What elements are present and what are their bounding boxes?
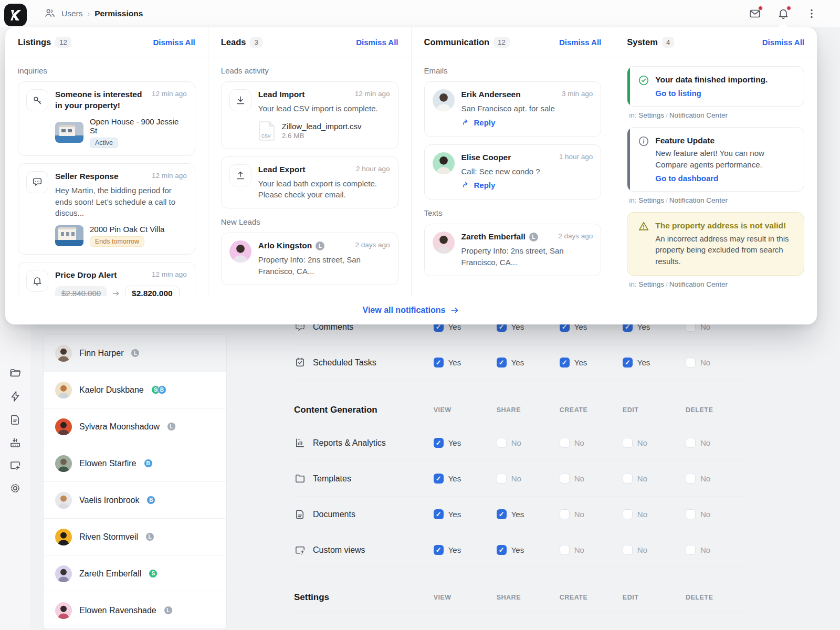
checkbox-view[interactable]: [434, 358, 444, 368]
location-notification-center-link[interactable]: Notification Center: [669, 196, 728, 204]
location-settings-link[interactable]: Settings: [638, 196, 664, 204]
user-row[interactable]: Kaelor Duskbane SB: [44, 372, 226, 408]
notification-time: 1 hour ago: [559, 152, 593, 161]
notification-card-email[interactable]: Elise Cooper1 hour ago Call: See new con…: [424, 144, 602, 200]
dismiss-all-button[interactable]: Dismiss All: [762, 38, 804, 47]
col-header-share: SHARE: [497, 406, 560, 414]
notification-card-interest[interactable]: Someone is interested in your property!1…: [18, 81, 195, 156]
checkbox-view[interactable]: [434, 438, 444, 448]
system-card-feature-update[interactable]: Feature Update New feature alert! You ca…: [627, 127, 804, 192]
property-thumbnail: [55, 122, 83, 143]
checkbox-delete[interactable]: [686, 509, 696, 519]
dismiss-all-button[interactable]: Dismiss All: [153, 38, 195, 47]
user-row[interactable]: Vaelis Ironbrook B: [44, 482, 226, 519]
column-title: Leads: [221, 37, 246, 47]
checkbox-delete[interactable]: [686, 474, 696, 484]
location-notification-center-link[interactable]: Notification Center: [669, 280, 728, 288]
checkbox-create[interactable]: [560, 509, 570, 519]
checkbox-view[interactable]: [434, 474, 444, 484]
notification-location: in: Settings/Notification Center: [629, 280, 803, 288]
user-name: Zareth Emberfall: [79, 569, 141, 579]
settings-gear-icon[interactable]: [9, 482, 22, 495]
bell-icon: [26, 270, 48, 292]
dismiss-all-button[interactable]: Dismiss All: [356, 38, 398, 47]
avatar: [433, 232, 455, 254]
user-row[interactable]: Sylvara Moonshadow L: [44, 408, 226, 445]
location-settings-link[interactable]: Settings: [638, 280, 664, 288]
checkbox-delete[interactable]: [686, 545, 696, 555]
bell-icon[interactable]: [777, 7, 790, 20]
checkbox-label: No: [637, 474, 647, 483]
checkbox-edit[interactable]: [623, 545, 633, 555]
checkbox-create[interactable]: [560, 545, 570, 555]
mail-icon[interactable]: [749, 7, 761, 20]
reply-button[interactable]: Reply: [461, 118, 496, 127]
notification-card-text[interactable]: Zareth EmberfallL2 days ago Property Inf…: [424, 224, 602, 276]
checkbox-share[interactable]: [497, 474, 507, 484]
notification-time: 2 hour ago: [356, 164, 390, 173]
user-row[interactable]: Elowen Starfire B: [44, 445, 226, 482]
new-price: $2,820.000: [125, 286, 180, 296]
checkbox-create[interactable]: [560, 474, 570, 484]
document-icon[interactable]: [9, 413, 22, 426]
notification-card-new-lead[interactable]: Arlo KingstonL2 days ago Property Info: …: [221, 233, 398, 285]
sender-name: Erik Anderseen: [461, 89, 521, 100]
checkbox-edit[interactable]: [623, 509, 633, 519]
checkbox-create[interactable]: [560, 358, 570, 368]
user-row[interactable]: Zareth Emberfall S: [44, 555, 226, 592]
notification-card-seller-response[interactable]: Seller Response12 min ago Hey Martin, th…: [18, 163, 195, 255]
app-logo[interactable]: [4, 4, 27, 26]
location-notification-center-link[interactable]: Notification Center: [669, 111, 728, 119]
checkbox-label: No: [700, 474, 710, 483]
go-to-listing-link[interactable]: Go to listing: [655, 89, 701, 98]
notification-card-price-drop[interactable]: Price Drop Alert12 min ago $2,840.000 $2…: [18, 262, 195, 296]
checkbox-delete[interactable]: [686, 358, 696, 368]
reply-button[interactable]: Reply: [461, 181, 496, 190]
import-tray-icon[interactable]: [9, 436, 22, 449]
kebab-menu-icon[interactable]: [805, 7, 818, 20]
role-badge-lead: L: [131, 349, 140, 358]
checkbox-delete[interactable]: [686, 438, 696, 448]
users-icon: [44, 7, 57, 20]
checkbox-create[interactable]: [560, 438, 570, 448]
checkbox-view[interactable]: [434, 545, 444, 555]
checkbox-view[interactable]: [434, 509, 444, 519]
checkbox-label: Yes: [448, 358, 461, 367]
user-name: Elowen Starfire: [79, 459, 136, 468]
checkbox-edit[interactable]: [623, 474, 633, 484]
system-card-success[interactable]: Your data finished importing. Go to list…: [627, 66, 804, 107]
custom-views-icon[interactable]: [9, 459, 22, 471]
checkbox-share[interactable]: [497, 358, 507, 368]
checkbox-label: No: [700, 438, 710, 447]
checkbox-share[interactable]: [497, 509, 507, 519]
checkbox-share[interactable]: [497, 545, 507, 555]
notification-title: Price Drop Alert: [55, 270, 117, 281]
checkbox-edit[interactable]: [623, 438, 633, 448]
notification-card-lead-export[interactable]: Lead Export2 hour ago Your lead bath exp…: [221, 156, 398, 208]
system-card-warning[interactable]: The property address is not valid! An in…: [627, 212, 804, 276]
dismiss-all-button[interactable]: Dismiss All: [559, 38, 601, 47]
checkbox-label: No: [574, 510, 584, 519]
checkbox-label: No: [574, 474, 584, 483]
section-title: Content Generation: [294, 405, 434, 415]
folder-icon[interactable]: [9, 366, 22, 379]
notification-body: Property Info: 2ns street, San Francisco…: [258, 254, 390, 277]
user-row[interactable]: Finn Harper L: [44, 335, 226, 372]
breadcrumb-users[interactable]: Users: [61, 9, 82, 18]
reports-analytics-icon: [294, 437, 306, 449]
user-row[interactable]: Elowen Ravenshade L: [44, 592, 226, 629]
svg-text:CSV: CSV: [261, 133, 271, 139]
property-thumbnail: [55, 225, 83, 246]
avatar: [55, 345, 72, 362]
section-title: Settings: [294, 592, 434, 603]
notification-card-lead-import[interactable]: Lead Import12 min ago Your lead CSV impo…: [221, 81, 398, 149]
notification-body: Property Info: 2ns street, San Francisco…: [461, 245, 593, 268]
checkbox-edit[interactable]: [623, 358, 633, 368]
go-to-dashboard-link[interactable]: Go to dashboard: [655, 174, 718, 183]
zap-icon[interactable]: [9, 390, 22, 403]
view-all-notifications-link[interactable]: View all notifications: [363, 306, 460, 315]
location-settings-link[interactable]: Settings: [638, 111, 664, 119]
user-row[interactable]: Riven Stormveil L: [44, 519, 226, 555]
checkbox-share[interactable]: [497, 438, 507, 448]
notification-card-email[interactable]: Erik Anderseen3 min ago San Francisco ap…: [424, 81, 602, 137]
